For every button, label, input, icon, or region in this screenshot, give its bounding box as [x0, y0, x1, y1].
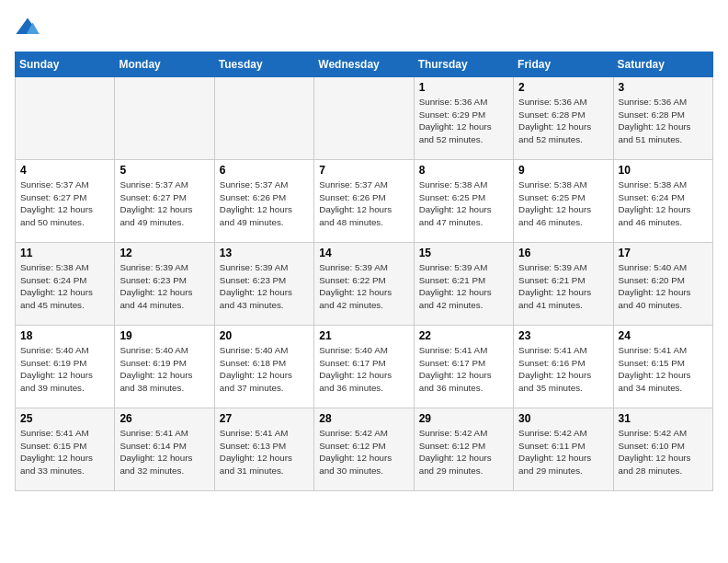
day-number: 30 [518, 412, 608, 425]
calendar-cell: 20Sunrise: 5:40 AM Sunset: 6:18 PM Dayli… [214, 326, 313, 408]
calendar-cell: 27Sunrise: 5:41 AM Sunset: 6:13 PM Dayli… [214, 408, 313, 491]
calendar-cell: 25Sunrise: 5:41 AM Sunset: 6:15 PM Dayli… [16, 408, 115, 491]
day-number: 12 [119, 247, 209, 259]
calendar-week: 4Sunrise: 5:37 AM Sunset: 6:27 PM Daylig… [16, 160, 713, 243]
calendar-cell: 5Sunrise: 5:37 AM Sunset: 6:27 PM Daylig… [115, 160, 214, 243]
calendar-cell: 12Sunrise: 5:39 AM Sunset: 6:23 PM Dayli… [115, 243, 214, 326]
day-info: Sunrise: 5:40 AM Sunset: 6:17 PM Dayligh… [319, 344, 408, 395]
day-info: Sunrise: 5:36 AM Sunset: 6:28 PM Dayligh… [619, 96, 708, 146]
calendar-cell: 21Sunrise: 5:40 AM Sunset: 6:17 PM Dayli… [314, 326, 414, 408]
header [15, 15, 713, 40]
calendar-cell: 19Sunrise: 5:40 AM Sunset: 6:19 PM Dayli… [115, 326, 214, 408]
calendar-cell: 3Sunrise: 5:36 AM Sunset: 6:28 PM Daylig… [613, 77, 712, 160]
calendar-cell: 29Sunrise: 5:42 AM Sunset: 6:12 PM Dayli… [414, 408, 513, 491]
calendar-cell: 17Sunrise: 5:40 AM Sunset: 6:20 PM Dayli… [613, 243, 712, 326]
day-number: 27 [220, 412, 309, 425]
day-info: Sunrise: 5:41 AM Sunset: 6:14 PM Dayligh… [119, 427, 209, 477]
day-info: Sunrise: 5:40 AM Sunset: 6:19 PM Dayligh… [119, 344, 209, 395]
day-number: 10 [619, 164, 708, 177]
calendar-header: SundayMondayTuesdayWednesdayThursdayFrid… [16, 52, 713, 77]
day-number: 19 [119, 329, 209, 342]
day-info: Sunrise: 5:38 AM Sunset: 6:25 PM Dayligh… [518, 178, 608, 229]
day-info: Sunrise: 5:38 AM Sunset: 6:24 PM Dayligh… [20, 261, 109, 312]
day-info: Sunrise: 5:37 AM Sunset: 6:26 PM Dayligh… [220, 178, 309, 229]
day-info: Sunrise: 5:38 AM Sunset: 6:25 PM Dayligh… [419, 178, 508, 229]
day-info: Sunrise: 5:41 AM Sunset: 6:17 PM Dayligh… [419, 344, 508, 395]
day-info: Sunrise: 5:41 AM Sunset: 6:15 PM Dayligh… [20, 427, 109, 477]
day-info: Sunrise: 5:39 AM Sunset: 6:23 PM Dayligh… [220, 261, 309, 312]
day-info: Sunrise: 5:36 AM Sunset: 6:29 PM Dayligh… [419, 96, 508, 146]
day-info: Sunrise: 5:39 AM Sunset: 6:21 PM Dayligh… [419, 261, 508, 312]
day-info: Sunrise: 5:36 AM Sunset: 6:28 PM Dayligh… [518, 96, 608, 146]
day-info: Sunrise: 5:40 AM Sunset: 6:18 PM Dayligh… [220, 344, 309, 395]
calendar-cell: 30Sunrise: 5:42 AM Sunset: 6:11 PM Dayli… [514, 408, 613, 491]
weekday-header: Thursday [414, 52, 513, 77]
day-number: 8 [419, 164, 508, 177]
day-number: 16 [518, 247, 608, 259]
calendar-cell: 26Sunrise: 5:41 AM Sunset: 6:14 PM Dayli… [115, 408, 214, 491]
calendar-cell: 4Sunrise: 5:37 AM Sunset: 6:27 PM Daylig… [16, 160, 115, 243]
day-info: Sunrise: 5:37 AM Sunset: 6:27 PM Dayligh… [119, 178, 209, 229]
day-number: 24 [619, 329, 708, 342]
day-number: 28 [319, 412, 408, 425]
calendar-cell: 13Sunrise: 5:39 AM Sunset: 6:23 PM Dayli… [214, 243, 313, 326]
calendar-cell: 31Sunrise: 5:42 AM Sunset: 6:10 PM Dayli… [613, 408, 712, 491]
calendar-cell: 9Sunrise: 5:38 AM Sunset: 6:25 PM Daylig… [514, 160, 613, 243]
calendar-cell: 2Sunrise: 5:36 AM Sunset: 6:28 PM Daylig… [514, 77, 613, 160]
calendar-cell: 22Sunrise: 5:41 AM Sunset: 6:17 PM Dayli… [414, 326, 513, 408]
logo [15, 15, 44, 40]
calendar-cell: 16Sunrise: 5:39 AM Sunset: 6:21 PM Dayli… [514, 243, 613, 326]
calendar-cell: 15Sunrise: 5:39 AM Sunset: 6:21 PM Dayli… [414, 243, 513, 326]
calendar-cell: 23Sunrise: 5:41 AM Sunset: 6:16 PM Dayli… [514, 326, 613, 408]
day-number: 20 [220, 329, 309, 342]
day-number: 22 [419, 329, 508, 342]
calendar-cell [115, 77, 214, 160]
day-number: 21 [319, 329, 408, 342]
day-info: Sunrise: 5:42 AM Sunset: 6:12 PM Dayligh… [419, 427, 508, 477]
day-number: 9 [518, 164, 608, 177]
day-number: 31 [619, 412, 708, 425]
day-number: 1 [419, 81, 508, 94]
calendar-week: 11Sunrise: 5:38 AM Sunset: 6:24 PM Dayli… [16, 243, 713, 326]
calendar-cell: 24Sunrise: 5:41 AM Sunset: 6:15 PM Dayli… [613, 326, 712, 408]
day-info: Sunrise: 5:40 AM Sunset: 6:19 PM Dayligh… [20, 344, 109, 395]
day-info: Sunrise: 5:39 AM Sunset: 6:21 PM Dayligh… [518, 261, 608, 312]
day-number: 17 [619, 247, 708, 259]
weekday-header: Sunday [16, 52, 115, 77]
calendar-cell: 6Sunrise: 5:37 AM Sunset: 6:26 PM Daylig… [214, 160, 313, 243]
day-info: Sunrise: 5:39 AM Sunset: 6:23 PM Dayligh… [119, 261, 209, 312]
day-info: Sunrise: 5:41 AM Sunset: 6:13 PM Dayligh… [220, 427, 309, 477]
calendar-cell [16, 77, 115, 160]
calendar-cell: 18Sunrise: 5:40 AM Sunset: 6:19 PM Dayli… [16, 326, 115, 408]
day-number: 3 [619, 81, 708, 94]
day-info: Sunrise: 5:37 AM Sunset: 6:27 PM Dayligh… [20, 178, 109, 229]
calendar: SundayMondayTuesdayWednesdayThursdayFrid… [15, 52, 713, 491]
calendar-cell: 1Sunrise: 5:36 AM Sunset: 6:29 PM Daylig… [414, 77, 513, 160]
weekday-header: Tuesday [214, 52, 313, 77]
day-number: 7 [319, 164, 408, 177]
calendar-cell [214, 77, 313, 160]
day-number: 2 [518, 81, 608, 94]
day-number: 11 [20, 247, 109, 259]
day-info: Sunrise: 5:41 AM Sunset: 6:16 PM Dayligh… [518, 344, 608, 395]
day-number: 5 [119, 164, 209, 177]
calendar-week: 1Sunrise: 5:36 AM Sunset: 6:29 PM Daylig… [16, 77, 713, 160]
day-info: Sunrise: 5:37 AM Sunset: 6:26 PM Dayligh… [319, 178, 408, 229]
weekday-header: Wednesday [314, 52, 414, 77]
day-info: Sunrise: 5:41 AM Sunset: 6:15 PM Dayligh… [619, 344, 708, 395]
day-info: Sunrise: 5:42 AM Sunset: 6:11 PM Dayligh… [518, 427, 608, 477]
day-info: Sunrise: 5:39 AM Sunset: 6:22 PM Dayligh… [319, 261, 408, 312]
day-number: 25 [20, 412, 109, 425]
day-number: 13 [220, 247, 309, 259]
weekday-header: Monday [115, 52, 214, 77]
day-number: 15 [419, 247, 508, 259]
calendar-cell: 28Sunrise: 5:42 AM Sunset: 6:12 PM Dayli… [314, 408, 414, 491]
weekday-header: Saturday [613, 52, 712, 77]
day-number: 18 [20, 329, 109, 342]
day-number: 23 [518, 329, 608, 342]
calendar-cell: 8Sunrise: 5:38 AM Sunset: 6:25 PM Daylig… [414, 160, 513, 243]
calendar-week: 25Sunrise: 5:41 AM Sunset: 6:15 PM Dayli… [16, 408, 713, 491]
logo-icon [15, 15, 40, 40]
day-number: 26 [119, 412, 209, 425]
calendar-cell: 11Sunrise: 5:38 AM Sunset: 6:24 PM Dayli… [16, 243, 115, 326]
